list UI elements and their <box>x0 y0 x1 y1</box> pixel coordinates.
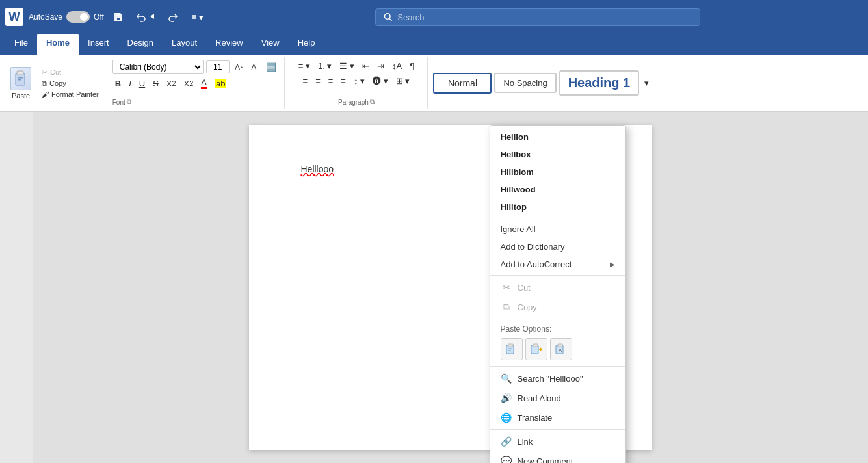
underline-button[interactable]: U <box>137 77 148 90</box>
style-normal[interactable]: Normal <box>433 73 492 94</box>
font-size-input[interactable] <box>206 60 230 73</box>
paste-option-1[interactable] <box>501 338 523 360</box>
customize-qat-button[interactable]: ▾ <box>187 10 207 25</box>
format-painter-button[interactable]: 🖌 Format Painter <box>39 90 101 99</box>
font-color-button[interactable]: A <box>198 76 209 90</box>
paste-option-3[interactable]: A <box>550 338 572 360</box>
styles-expand-button[interactable]: ▾ <box>642 77 651 89</box>
tab-layout[interactable]: Layout <box>163 34 206 55</box>
svg-rect-9 <box>508 344 513 347</box>
font-group: Calibri (Body) A+ A- 🔤 B I U S X2 X2 A a… <box>107 57 285 109</box>
paste-label: Paste <box>12 92 30 99</box>
style-no-spacing[interactable]: No Spacing <box>494 73 556 93</box>
style-heading1[interactable]: Heading 1 <box>559 70 640 96</box>
undo-button[interactable] <box>133 9 158 25</box>
bullets-button[interactable]: ≡ ▾ <box>296 60 313 72</box>
search-bar[interactable] <box>375 8 700 26</box>
font-name-select[interactable]: Calibri (Body) <box>112 60 204 74</box>
add-autocorrect-label: Add to AutoCorrect <box>501 259 572 269</box>
separator-1 <box>490 218 625 218</box>
paste-options-label: Paste Options: <box>490 321 625 336</box>
translate-item[interactable]: 🌐 Translate <box>490 408 625 427</box>
suggestion-hellbox[interactable]: Hellbox <box>490 146 625 163</box>
paste-icon <box>10 67 31 90</box>
paste-button[interactable]: Paste <box>5 60 36 106</box>
superscript-button[interactable]: X2 <box>181 77 196 90</box>
tab-home[interactable]: Home <box>37 34 79 55</box>
autosave-state: Off <box>94 12 104 21</box>
ignore-all-item[interactable]: Ignore All <box>490 220 625 238</box>
ribbon-tabs: File Home Insert Design Layout Review Vi… <box>0 34 868 55</box>
suggestion-hilltop[interactable]: Hilltop <box>490 198 625 216</box>
font-expand-icon[interactable]: ⧉ <box>127 98 131 106</box>
numbering-button[interactable]: 1. ▾ <box>315 60 334 72</box>
suggestion-hellion[interactable]: Hellion <box>490 128 625 146</box>
redo-button[interactable] <box>163 9 181 25</box>
increase-font-button[interactable]: A+ <box>232 61 246 73</box>
separator-4 <box>490 366 625 367</box>
link-item[interactable]: 🔗 Link <box>490 432 625 451</box>
svg-rect-5 <box>17 71 23 75</box>
align-right-button[interactable]: ≡ <box>326 75 336 87</box>
copy-icon: ⧉ <box>42 79 47 88</box>
translate-label: Translate <box>518 413 553 423</box>
search-item[interactable]: 🔍 Search "Helllooo" <box>490 369 625 388</box>
submenu-arrow-icon: ▶ <box>610 261 615 268</box>
new-comment-item[interactable]: 💬 New Comment <box>490 451 625 463</box>
sort-button[interactable]: ↕A <box>389 60 404 72</box>
copy-item[interactable]: ⧉ Copy <box>490 297 625 317</box>
shading-button[interactable]: 🅐 ▾ <box>370 75 391 87</box>
bold-button[interactable]: B <box>112 77 124 90</box>
subscript-button[interactable]: X2 <box>164 77 179 90</box>
suggestion-hillblom[interactable]: Hillblom <box>490 163 625 181</box>
decrease-font-button[interactable]: A- <box>248 61 261 73</box>
borders-button[interactable]: ⊞ ▾ <box>393 75 413 87</box>
read-aloud-item[interactable]: 🔊 Read Aloud <box>490 388 625 408</box>
copy-button[interactable]: ⧉ Copy <box>39 79 101 88</box>
show-formatting-button[interactable]: ¶ <box>407 60 417 72</box>
read-aloud-icon: 🔊 <box>501 392 512 404</box>
tab-view[interactable]: View <box>252 34 289 55</box>
title-bar: W AutoSave Off ▾ <box>0 0 868 34</box>
search-ctx-label: Search "Helllooo" <box>518 374 583 384</box>
tab-review[interactable]: Review <box>206 34 252 55</box>
cut-label: Cut <box>50 68 61 76</box>
autosave-toggle[interactable] <box>66 11 90 23</box>
add-to-dict-item[interactable]: Add to Dictionary <box>490 238 625 256</box>
cut-item[interactable]: ✂ Cut <box>490 278 625 297</box>
italic-button[interactable]: I <box>126 77 134 90</box>
multilevel-button[interactable]: ☰ ▾ <box>337 60 357 72</box>
svg-point-2 <box>384 14 390 20</box>
clear-format-button[interactable]: 🔤 <box>263 61 279 73</box>
decrease-indent-button[interactable]: ⇤ <box>360 60 372 72</box>
tab-design[interactable]: Design <box>118 34 163 55</box>
font-group-label: Font ⧉ <box>112 98 280 106</box>
cut-ctx-icon: ✂ <box>501 282 512 293</box>
tab-insert[interactable]: Insert <box>79 34 118 55</box>
svg-rect-6 <box>18 77 23 79</box>
cut-button[interactable]: ✂ Cut <box>39 68 101 77</box>
line-spacing-button[interactable]: ↕ ▾ <box>351 75 367 87</box>
save-button[interactable] <box>109 9 127 25</box>
suggestion-hillwood[interactable]: Hillwood <box>490 181 625 198</box>
tab-help[interactable]: Help <box>289 34 324 55</box>
tab-file[interactable]: File <box>5 34 37 55</box>
cut-icon: ✂ <box>42 68 47 77</box>
search-input[interactable] <box>397 12 692 22</box>
align-left-button[interactable]: ≡ <box>300 75 311 87</box>
increase-indent-button[interactable]: ⇥ <box>375 60 387 72</box>
strikethrough-button[interactable]: S <box>150 77 161 90</box>
justify-button[interactable]: ≡ <box>338 75 349 87</box>
svg-rect-7 <box>18 79 21 81</box>
paste-option-2[interactable] <box>525 338 547 360</box>
sidebar-left <box>0 112 33 463</box>
add-autocorrect-item[interactable]: Add to AutoCorrect ▶ <box>490 256 625 273</box>
format-painter-label: Format Painter <box>51 90 99 98</box>
format-painter-icon: 🖌 <box>42 90 49 98</box>
translate-icon: 🌐 <box>501 412 512 423</box>
align-center-button[interactable]: ≡ <box>313 75 323 87</box>
highlight-button[interactable]: ab <box>212 77 229 90</box>
ribbon: Paste ✂ Cut ⧉ Copy 🖌 Format Painter Cali… <box>0 55 868 112</box>
clipboard-small-buttons: ✂ Cut ⧉ Copy 🖌 Format Painter <box>39 60 101 106</box>
paragraph-expand-icon[interactable]: ⧉ <box>370 98 375 106</box>
